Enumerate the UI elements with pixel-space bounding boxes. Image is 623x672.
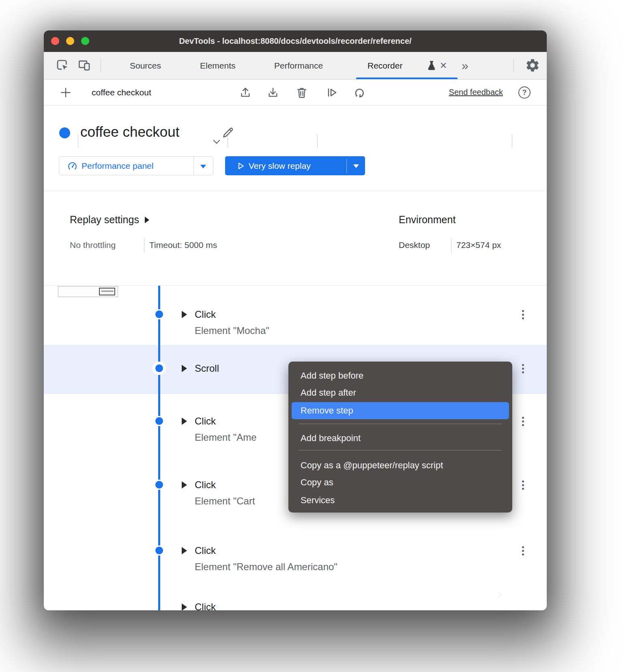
device-toolbar-icon[interactable] — [78, 59, 91, 72]
recording-select-chevron-icon[interactable] — [213, 137, 220, 144]
steps-divider — [44, 285, 547, 286]
step-title[interactable]: Scroll — [195, 363, 219, 374]
menu-item-services[interactable]: Services — [288, 492, 512, 509]
replay-options-caret-icon[interactable] — [353, 164, 359, 168]
step-menu-kebab-icon[interactable] — [522, 364, 524, 366]
recorder-toolbar: coffee checkout — [44, 80, 547, 106]
devtools-window: DevTools - localhost:8080/docs/devtools/… — [44, 30, 547, 610]
action-buttons-row: Performance panel Very slow replay — [44, 156, 547, 175]
step-dot — [154, 309, 164, 319]
step-expand-icon[interactable] — [182, 603, 187, 610]
step-detail: Element "Cart — [195, 495, 255, 507]
flask-icon — [426, 60, 437, 72]
active-tab-indicator — [356, 78, 458, 79]
replay-section-icon[interactable] — [352, 86, 367, 99]
menu-item-copy-as-puppeteer-replay[interactable]: Copy as a @puppeteer/replay script — [288, 457, 512, 474]
menu-item-copy-as[interactable]: Copy as — [288, 474, 512, 491]
step-dot — [153, 362, 166, 375]
import-recording-icon[interactable] — [239, 86, 252, 99]
environment-device: Desktop — [399, 240, 430, 250]
close-recorder-tab-icon[interactable]: ✕ — [440, 52, 447, 79]
step-dot — [154, 416, 164, 426]
step-detail: Element "Mocha" — [195, 325, 269, 336]
toolbar-separator-1 — [78, 134, 78, 147]
step-title[interactable]: Click — [195, 416, 216, 427]
step-menu-kebab-icon[interactable] — [522, 480, 524, 482]
tabbar-separator-right — [513, 59, 514, 73]
send-feedback-link[interactable]: Send feedback — [449, 80, 503, 105]
step-expand-icon[interactable] — [182, 418, 187, 425]
delete-recording-icon[interactable] — [295, 86, 308, 99]
very-slow-replay-label: Very slow replay — [249, 156, 311, 175]
speedometer-icon — [67, 161, 77, 171]
more-tabs-icon[interactable]: » — [462, 52, 468, 79]
step-expand-icon[interactable] — [182, 481, 187, 489]
menu-item-add-breakpoint[interactable]: Add breakpoint — [288, 430, 512, 447]
step-menu-kebab-icon[interactable] — [522, 546, 524, 548]
environment-heading: Environment — [399, 214, 455, 226]
tab-recorder[interactable]: Recorder — [367, 52, 402, 79]
edit-title-icon[interactable] — [221, 126, 234, 139]
recording-title: coffee checkout — [80, 124, 180, 140]
titlebar: DevTools - localhost:8080/docs/devtools/… — [44, 30, 547, 52]
menu-item-add-step-before[interactable]: Add step before — [288, 367, 512, 384]
step-dot — [154, 480, 164, 490]
performance-panel-caret-icon[interactable] — [200, 165, 206, 168]
step-detail: Element "Ame — [195, 432, 257, 443]
environment-viewport: 723×574 px — [456, 240, 501, 250]
step-menu-kebab-icon[interactable] — [522, 310, 524, 312]
inspect-element-icon[interactable] — [56, 59, 69, 72]
timeout-value: Timeout: 5000 ms — [149, 240, 217, 250]
step-dot — [154, 545, 164, 556]
toolbar-separator-4 — [512, 134, 512, 147]
tabbar-separator — [101, 59, 101, 73]
step-expand-icon[interactable] — [182, 365, 187, 372]
step-detail: Element "Remove all Americano" — [195, 561, 337, 573]
very-slow-replay-button[interactable]: Very slow replay — [225, 156, 365, 175]
menu-item-remove-step[interactable]: Remove step — [292, 402, 509, 419]
add-recording-icon[interactable] — [59, 86, 72, 99]
export-recording-icon[interactable] — [266, 86, 279, 99]
step-screenshot-thumbnail[interactable] — [58, 286, 118, 297]
menu-item-add-step-after[interactable]: Add step after — [288, 384, 512, 401]
step-context-menu: Add step before Add step after Remove st… — [288, 362, 512, 513]
toolbar-separator-3 — [317, 134, 318, 147]
step-expand-icon[interactable] — [182, 311, 187, 318]
tab-performance[interactable]: Performance — [274, 52, 323, 79]
step-title[interactable]: Click — [195, 601, 216, 610]
step-menu-kebab-icon[interactable] — [522, 417, 524, 419]
resume-replay-icon[interactable] — [325, 86, 338, 99]
menu-divider — [299, 450, 502, 450]
environment-separator — [451, 238, 451, 253]
steps-timeline-line — [158, 286, 160, 610]
recording-select[interactable]: coffee checkout — [92, 80, 151, 105]
replay-button-divider — [346, 159, 347, 173]
recording-status-dot — [59, 127, 70, 138]
step-title[interactable]: Click — [195, 479, 216, 491]
replay-settings-heading[interactable]: Replay settings — [70, 214, 149, 226]
performance-panel-label: Performance panel — [82, 157, 153, 175]
throttling-value: No throttling — [70, 240, 116, 250]
window-title: DevTools - localhost:8080/docs/devtools/… — [44, 30, 547, 52]
section-divider-top — [44, 191, 547, 191]
button-divider — [193, 157, 194, 175]
thumbnail-button-preview — [99, 288, 115, 295]
menu-divider — [299, 424, 502, 424]
submenu-chevron-icon — [496, 592, 502, 598]
tab-bar: Sources Elements Performance Recorder ✕ … — [44, 52, 547, 80]
step-expand-icon[interactable] — [182, 547, 187, 554]
expand-arrow-icon — [145, 217, 149, 223]
help-icon[interactable]: ? — [518, 86, 531, 99]
settings-separator — [144, 238, 144, 253]
step-title[interactable]: Click — [195, 309, 216, 320]
gear-icon[interactable] — [525, 58, 540, 73]
tab-sources[interactable]: Sources — [130, 52, 161, 79]
tab-elements[interactable]: Elements — [200, 52, 236, 79]
performance-panel-button[interactable]: Performance panel — [59, 156, 213, 175]
play-icon — [236, 162, 245, 170]
step-title[interactable]: Click — [195, 545, 216, 556]
